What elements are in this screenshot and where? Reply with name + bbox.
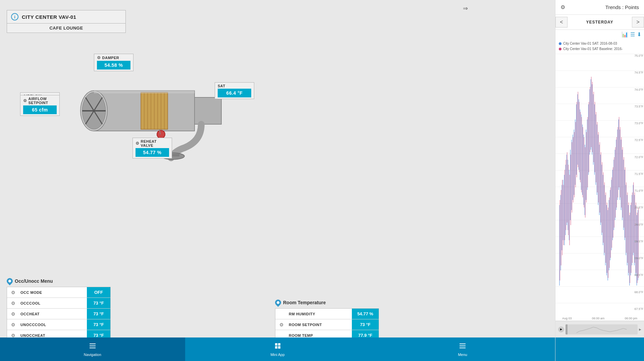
- chart-x-labels: Aug 03 06:00 am 06:00 pm: [555, 316, 644, 321]
- svg-rect-21: [90, 346, 96, 346]
- occ-location-pin-icon: [5, 277, 14, 285]
- occ-row-3-gear-icon[interactable]: ⚙: [7, 322, 19, 327]
- sat-label-box: SAT 66.4 °F: [215, 82, 254, 99]
- occ-row-2-value[interactable]: 73 °F: [87, 309, 110, 319]
- occ-row-0: ⚙ OCC MODE OFF: [7, 287, 110, 298]
- reheat-gear-icon[interactable]: ⚙: [136, 141, 140, 146]
- nav-label-menu: Menu: [458, 353, 467, 357]
- date-label: YESTERDAY: [568, 20, 632, 25]
- room-temp-pin-icon: [274, 298, 282, 307]
- occ-row-3-value[interactable]: 73 °F: [87, 319, 110, 330]
- room-temp-title: Room Temperature: [275, 300, 379, 306]
- occ-row-2-label: OCCHEAT: [19, 309, 87, 319]
- y-label-11: 69.5°F: [634, 240, 643, 243]
- y-label-10: 70.0°F: [634, 223, 643, 226]
- y-label-8: 71.0°F: [634, 189, 643, 192]
- sat-value[interactable]: 66.4 °F: [218, 89, 251, 97]
- occ-table: ⚙ OCC MODE OFF ⚙ OCCCOOL 73 °F ⚙ OCCHEAT…: [7, 287, 111, 341]
- room-row-0-label: RM HUMIDITY: [287, 309, 352, 319]
- y-label-5: 72.5°F: [634, 138, 643, 142]
- mini-app-icon: [274, 342, 281, 351]
- date-nav: < YESTERDAY >: [555, 15, 644, 30]
- date-prev-button[interactable]: <: [555, 17, 568, 28]
- svg-rect-26: [278, 346, 280, 349]
- chart-download-icon[interactable]: ⬇: [637, 31, 641, 38]
- y-label-6: 72.0°F: [634, 155, 643, 159]
- y-label-3: 73.5°F: [634, 105, 643, 108]
- y-label-13: 68.5°F: [634, 273, 643, 277]
- y-label-2: 74.0°F: [634, 88, 643, 91]
- legend-item-0: City Center Vav-01 SAT: 2016-08-03: [559, 41, 641, 46]
- room-row-1-gear-icon[interactable]: ⚙: [275, 322, 287, 327]
- occ-menu-title: Occ/Unocc Menu: [7, 278, 111, 284]
- info-icon[interactable]: i: [11, 13, 18, 20]
- y-label-7: 71.5°F: [634, 172, 643, 176]
- play-button[interactable]: ▶: [558, 326, 564, 332]
- occ-row-0-gear-icon[interactable]: ⚙: [7, 290, 19, 295]
- room-row-0-value[interactable]: 54.77 %: [352, 309, 379, 319]
- device-name: CITY CENTER VAV-01: [22, 14, 76, 20]
- x-label-1: 06:00 am: [592, 317, 605, 320]
- legend-text-0: City Center Vav-01 SAT: 2016-08-03: [563, 41, 617, 46]
- device-title-row: i CITY CENTER VAV-01: [7, 10, 125, 24]
- occ-row-3-label: UNOCCCOOL: [19, 320, 87, 329]
- svg-rect-24: [278, 343, 280, 346]
- occ-row-1: ⚙ OCCCOOL 73 °F: [7, 298, 110, 309]
- occ-row-0-label: OCC MODE: [19, 288, 87, 297]
- occ-row-1-label: OCCCOOL: [19, 299, 87, 308]
- y-label-0: 75.0°F: [634, 54, 643, 57]
- airflow-sp-gear-icon[interactable]: ⚙: [23, 98, 27, 103]
- nav-item-mini-app[interactable]: Mini App: [185, 337, 370, 361]
- svg-point-14: [157, 130, 165, 138]
- device-subtitle: CAFE LOUNGE: [7, 24, 125, 33]
- nav-item-menu[interactable]: Menu: [370, 337, 555, 361]
- airflow-sp-value[interactable]: 65 cfm: [23, 105, 57, 114]
- damper-value[interactable]: 54.58 %: [97, 61, 130, 70]
- trends-gear-icon[interactable]: ⚙: [560, 4, 565, 10]
- chart-toolbar: 📊 ☰ ⬇: [555, 30, 644, 39]
- x-label-0: Aug 03: [562, 317, 572, 320]
- y-label-15: 67.5°F: [634, 307, 643, 311]
- share-icon[interactable]: ⇒: [463, 5, 468, 12]
- damper-label-box: ⚙ DAMPER 54.58 %: [94, 54, 133, 71]
- chart-bar-icon[interactable]: 📊: [622, 31, 628, 38]
- nav-item-navigation[interactable]: Navigation: [0, 337, 185, 361]
- y-label-12: 69.0°F: [634, 257, 643, 260]
- occ-menu: Occ/Unocc Menu ⚙ OCC MODE OFF ⚙ OCCCOOL …: [7, 278, 111, 341]
- date-next-button[interactable]: >: [632, 17, 644, 28]
- chart-y-labels: 75.0°F 74.5°F 74.0°F 73.5°F 73.0°F 72.5°…: [634, 54, 643, 311]
- svg-rect-22: [90, 348, 96, 348]
- legend-item-1: City Center Vav-01 SAT Baseline: 2016-: [559, 46, 641, 52]
- legend-text-1: City Center Vav-01 SAT Baseline: 2016-: [563, 46, 623, 52]
- chart-list-icon[interactable]: ☰: [630, 31, 635, 38]
- occ-row-1-gear-icon[interactable]: ⚙: [7, 301, 19, 306]
- navigation-icon: [89, 342, 96, 351]
- damper-gear-icon[interactable]: ⚙: [97, 55, 101, 60]
- minimap-chart[interactable]: [566, 324, 638, 334]
- y-label-1: 74.5°F: [634, 71, 643, 74]
- legend-dot-1: [559, 48, 561, 50]
- occ-row-2: ⚙ OCCHEAT 73 °F: [7, 309, 110, 319]
- reheat-label-box: ⚙ REHEAT VALVE 54.77 %: [132, 138, 172, 159]
- svg-rect-19: [94, 90, 195, 93]
- airflow-setpoint-box: ⚙ AIRFLOW SETPOINT 65 cfm: [20, 95, 60, 116]
- minimap-left-handle[interactable]: [566, 324, 568, 334]
- trends-header: ⚙ Trends : Points: [555, 0, 644, 15]
- reheat-value[interactable]: 54.77 %: [136, 148, 169, 157]
- occ-row-2-gear-icon[interactable]: ⚙: [7, 311, 19, 317]
- right-panel-bottom: [555, 337, 644, 361]
- occ-row-1-value[interactable]: 73 °F: [87, 298, 110, 308]
- svg-rect-20: [90, 344, 96, 344]
- chart-area: 75.0°F 74.5°F 74.0°F 73.5°F 73.0°F 72.5°…: [555, 54, 644, 321]
- trends-title: Trends : Points: [605, 4, 639, 10]
- nav-label-navigation: Navigation: [84, 353, 101, 357]
- occ-row-3: ⚙ UNOCCCOOL 73 °F: [7, 319, 110, 330]
- bottom-nav: Navigation Mini App Menu: [0, 337, 555, 361]
- y-label-9: 70.5°F: [634, 206, 643, 209]
- minimap-area: ▶ ▶: [555, 321, 644, 337]
- svg-rect-29: [460, 348, 466, 348]
- svg-rect-16: [195, 97, 221, 124]
- occ-row-0-value[interactable]: OFF: [87, 287, 110, 298]
- room-row-1-value[interactable]: 73 °F: [352, 319, 379, 330]
- y-label-4: 73.0°F: [634, 122, 643, 125]
